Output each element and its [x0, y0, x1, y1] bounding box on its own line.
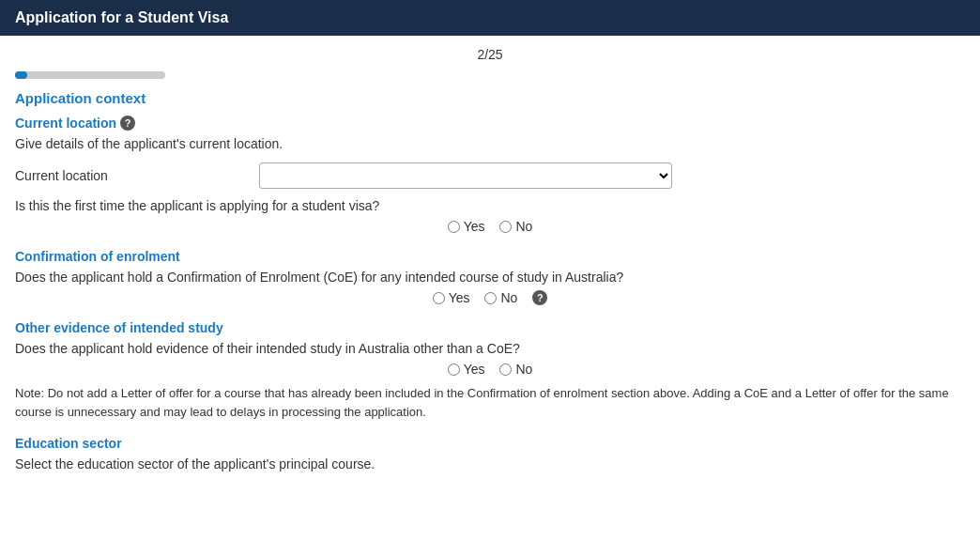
evidence-no-label[interactable]: No — [499, 362, 532, 377]
current-location-help-icon[interactable]: ? — [120, 116, 135, 131]
confirmation-title: Confirmation of enrolment — [15, 249, 965, 264]
current-location-description: Give details of the applicant's current … — [15, 136, 965, 151]
current-location-row: Current location — [15, 162, 965, 189]
current-location-title: Current location ? — [15, 116, 965, 131]
other-evidence-title: Other evidence of intended study — [15, 320, 965, 335]
page-header: Application for a Student Visa — [0, 0, 980, 36]
other-evidence-radio-group: Yes No — [15, 362, 965, 377]
coe-radio-group: Yes No ? — [15, 290, 965, 305]
header-title: Application for a Student Visa — [15, 9, 228, 25]
progress-label: 2/25 — [477, 47, 502, 62]
evidence-no-radio[interactable] — [499, 363, 512, 376]
first-time-no-label[interactable]: No — [499, 219, 532, 234]
progress-section: 2/25 — [0, 36, 980, 66]
evidence-yes-radio[interactable] — [448, 363, 460, 376]
other-evidence-note: Note: Do not add a Letter of offer for a… — [15, 384, 965, 421]
current-location-section: Current location ? Give details of the a… — [15, 116, 965, 234]
education-sector-title: Education sector — [15, 436, 965, 451]
other-evidence-section: Other evidence of intended study Does th… — [15, 320, 965, 421]
progress-bar-fill — [15, 71, 27, 79]
first-time-yes-radio[interactable] — [448, 221, 460, 233]
first-time-question: Is this the first time the applicant is … — [15, 198, 965, 213]
current-location-label: Current location — [15, 168, 259, 183]
education-sector-description: Select the education sector of the appli… — [15, 456, 965, 471]
progress-bar-container — [15, 71, 165, 79]
section-title: Application context — [15, 90, 965, 106]
confirmation-section: Confirmation of enrolment Does the appli… — [15, 249, 965, 305]
evidence-yes-label[interactable]: Yes — [448, 362, 485, 377]
coe-no-radio[interactable] — [484, 292, 497, 304]
content-area: Application context Current location ? G… — [0, 90, 980, 509]
coe-help-icon[interactable]: ? — [532, 290, 547, 305]
first-time-no-radio[interactable] — [499, 221, 512, 233]
education-sector-section: Education sector Select the education se… — [15, 436, 965, 471]
coe-no-label[interactable]: No — [484, 290, 517, 305]
first-time-yes-label[interactable]: Yes — [448, 219, 485, 234]
first-time-radio-group: Yes No — [15, 219, 965, 234]
current-location-select[interactable] — [259, 162, 672, 189]
coe-question: Does the applicant hold a Confirmation o… — [15, 270, 965, 285]
coe-yes-radio[interactable] — [433, 292, 445, 304]
other-evidence-question: Does the applicant hold evidence of thei… — [15, 341, 965, 356]
coe-yes-label[interactable]: Yes — [433, 290, 470, 305]
